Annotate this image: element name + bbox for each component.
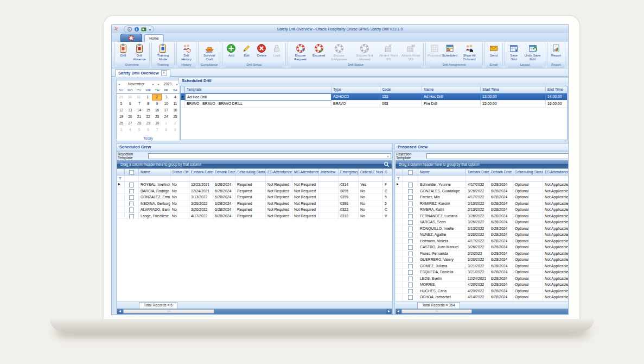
- calendar-date[interactable]: 14: [135, 107, 144, 114]
- row-checkbox[interactable]: [408, 289, 413, 294]
- ribbon-button-drill[interactable]: Drill: [116, 43, 131, 58]
- row-checkbox[interactable]: [408, 245, 413, 250]
- table-row[interactable]: ESQUEDA, Daniella3/21/20226/28/2024Optio…: [396, 269, 568, 275]
- calendar-date[interactable]: 26: [117, 120, 126, 127]
- calendar-date[interactable]: 29: [117, 94, 125, 101]
- calendar-date[interactable]: 13: [126, 107, 135, 114]
- table-row[interactable]: ROYBAL, ImelindeNo12/22/20216/28/2024Req…: [117, 181, 392, 188]
- ribbon-button-edit[interactable]: Edit: [239, 43, 254, 58]
- ribbon-button-excuse-request[interactable]: Excuse Request: [289, 43, 311, 61]
- calendar-date[interactable]: 28: [135, 120, 144, 127]
- tab-home[interactable]: Home: [144, 34, 164, 42]
- column-header-ms-attendance[interactable]: MS Attendance: [292, 169, 319, 175]
- row-checkbox[interactable]: [408, 277, 413, 281]
- ribbon-button-add[interactable]: Add: [224, 43, 239, 58]
- column-header-partial[interactable]: C: [383, 169, 392, 175]
- table-row[interactable]: RONQUILLO, Irnelle3/13/20226/28/2024Opti…: [396, 225, 568, 232]
- ribbon-button-excused[interactable]: Excused: [311, 43, 327, 58]
- filter-cell[interactable]: [266, 175, 292, 181]
- calendar-date[interactable]: 21: [135, 114, 144, 120]
- calendar-date[interactable]: 4: [126, 127, 135, 133]
- calendar-date[interactable]: 2: [170, 120, 180, 127]
- table-row[interactable]: VARGAS, Sean3/26/20226/28/2024OptionalNo…: [396, 219, 568, 225]
- tab-safety-drill-overview[interactable]: Safety Drill Overview ×: [115, 69, 170, 77]
- horizontal-scrollbar[interactable]: [117, 309, 392, 314]
- filter-cell[interactable]: [189, 175, 213, 181]
- calendar-date[interactable]: 24: [162, 114, 171, 120]
- table-row[interactable]: BARCIA, RodrigoNo12/24/20216/28/2024Requ…: [117, 188, 392, 194]
- table-row[interactable]: FERNANDEZ, Luciana3/26/20226/28/2024Opti…: [396, 213, 568, 219]
- scrollbar-thumb[interactable]: [123, 309, 214, 313]
- filter-cell[interactable]: [359, 175, 383, 181]
- column-header-name[interactable]: Name: [139, 169, 170, 175]
- calendar-date[interactable]: 6: [144, 127, 153, 133]
- next-month-icon[interactable]: ▸: [151, 83, 156, 86]
- calendar-date[interactable]: 17: [162, 107, 171, 114]
- table-row[interactable]: CASTRO, Juan Manuel3/26/20226/28/2024Opt…: [396, 244, 568, 250]
- calendar-date[interactable]: 8: [144, 101, 153, 107]
- calendar-date[interactable]: 9: [170, 127, 180, 133]
- calendar-date[interactable]: 4: [171, 94, 180, 101]
- row-checkbox[interactable]: [408, 183, 413, 187]
- filter-cell[interactable]: [213, 175, 235, 181]
- calendar-date[interactable]: 16: [152, 107, 162, 114]
- filter-cell[interactable]: [170, 175, 189, 181]
- select-all-checkbox[interactable]: [125, 169, 139, 175]
- table-row[interactable]: Hofmann, Violeta4/17/20226/28/2024Option…: [396, 238, 568, 244]
- column-header-scheduling-status[interactable]: Scheduling Status: [513, 169, 543, 175]
- row-checkbox[interactable]: [408, 195, 413, 200]
- scroll-left-icon[interactable]: [396, 309, 401, 314]
- group-by-band[interactable]: Drag a column header here to group by th…: [117, 160, 392, 168]
- filter-cell[interactable]: [319, 175, 339, 181]
- calendar-date[interactable]: 30: [125, 94, 134, 101]
- column-header-code[interactable]: Code: [380, 86, 422, 93]
- calendar-date[interactable]: 3: [162, 94, 170, 101]
- row-checkbox[interactable]: [408, 220, 413, 225]
- ribbon-button-send[interactable]: Send: [486, 43, 501, 58]
- row-checkbox[interactable]: [408, 264, 413, 269]
- table-row[interactable]: ALVARADO, SamuelNo3/26/20226/28/2024Requ…: [117, 206, 392, 213]
- column-header-status-off[interactable]: Status Off: [170, 169, 189, 175]
- application-menu-button[interactable]: [120, 34, 142, 42]
- table-row[interactable]: RIVERA, Kathi3/13/20226/28/2024OptionalN…: [396, 206, 568, 213]
- column-header-emergency[interactable]: Emergency #: [339, 169, 359, 175]
- calendar-date[interactable]: 30: [152, 120, 162, 127]
- calendar-date[interactable]: 6: [126, 101, 135, 107]
- row-checkbox[interactable]: [408, 270, 413, 275]
- filter-cell[interactable]: [489, 175, 513, 181]
- ribbon-button-save-grid[interactable]: Save Grid: [506, 43, 521, 61]
- prev-year-icon[interactable]: ◂: [156, 83, 161, 86]
- table-row[interactable]: Lange, FriedlieseNo4/17/20226/28/2024Req…: [117, 213, 392, 219]
- checkbox-icon[interactable]: [129, 170, 134, 175]
- row-checkbox[interactable]: [408, 214, 413, 219]
- table-row[interactable]: OCHOA, Isebarbel4/14/20226/28/2024Option…: [396, 294, 568, 300]
- filter-cell[interactable]: [339, 175, 359, 181]
- table-row[interactable]: RAMIREZ, Karolin3/13/20226/28/2024Option…: [396, 200, 568, 207]
- table-row[interactable]: LEOS, Evelin12/24/20216/28/2024OptionalN…: [396, 275, 568, 282]
- calendar-date[interactable]: 27: [126, 120, 135, 127]
- table-row[interactable]: Fischer, Mia4/17/20226/28/2024OptionalNo…: [396, 194, 568, 200]
- column-header-type[interactable]: Type: [331, 86, 380, 93]
- row-checkbox[interactable]: [129, 183, 134, 187]
- row-checkbox[interactable]: [408, 252, 413, 256]
- filter-cell[interactable]: [403, 175, 418, 181]
- column-header-template[interactable]: Template: [185, 86, 331, 93]
- calendar-date[interactable]: 15: [144, 107, 153, 114]
- calendar-date[interactable]: 22: [144, 114, 153, 120]
- column-header-debark-date[interactable]: Debark Date: [213, 169, 235, 175]
- horizontal-scrollbar[interactable]: [396, 309, 568, 314]
- calendar-date[interactable]: 12: [117, 107, 126, 114]
- scrollbar-thumb[interactable]: [401, 309, 472, 313]
- select-all-checkbox[interactable]: [403, 169, 418, 175]
- row-checkbox[interactable]: [129, 202, 134, 206]
- calendar-date[interactable]: 3: [117, 127, 126, 133]
- calendar-date[interactable]: 10: [162, 101, 171, 107]
- column-header-debark-date[interactable]: Debark Date: [489, 169, 513, 175]
- ribbon-button-report[interactable]: Report: [549, 43, 564, 58]
- ribbon-button-show-all-onboard[interactable]: Show All Onboard: [457, 43, 481, 61]
- group-by-band[interactable]: Drag a column header here to group by th…: [396, 160, 568, 168]
- column-header-es-attendance[interactable]: ES Attendance: [266, 169, 292, 175]
- scroll-right-icon[interactable]: [386, 309, 392, 314]
- row-checkbox[interactable]: [129, 195, 134, 200]
- table-row[interactable]: Ad Hoc DrillADHOCD153Ad Hoc Drill13:00:0…: [181, 93, 567, 101]
